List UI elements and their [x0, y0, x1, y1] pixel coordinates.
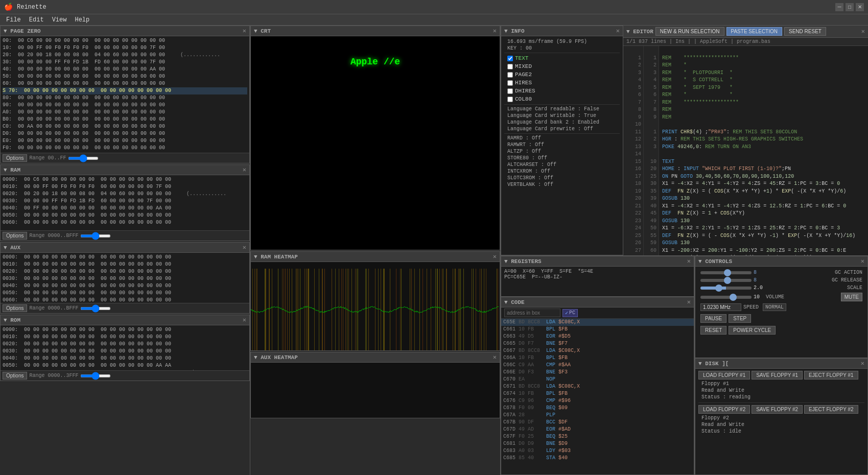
step-btn[interactable]: STEP	[729, 314, 751, 323]
controls-close[interactable]: ✕	[861, 258, 864, 265]
hex-line: E0: 00 00 00 00 00 00 00 00 00 00 00 00 …	[3, 137, 247, 145]
aux-close[interactable]: ✕	[243, 245, 246, 251]
controls-title: ▼ CONTROLS	[698, 258, 732, 265]
pc-label: PC	[569, 310, 575, 316]
speed-label: SPEED	[743, 304, 759, 310]
rom-range-slider[interactable]	[80, 374, 111, 377]
menu-file[interactable]: File	[2, 15, 25, 25]
floppy1-label: Floppy #1	[698, 381, 864, 387]
eject-floppy1-btn[interactable]: EJECT FLOPPY #1	[804, 371, 858, 379]
registers-close[interactable]: ✕	[687, 258, 691, 265]
disk-panel: ▼ DISK ][ ✕ LOAD FLOPPY #1 SAVE FLOPPY #…	[695, 358, 868, 475]
registers-panel: ▼ REGISTERS ✕ A=00 X=60 Y=FF S=FE *S=4E …	[501, 256, 694, 297]
switch-slotc3rom: SLOTC3ROM : Off	[504, 175, 620, 181]
hex-line: 0010: 00 00 00 00 00 00 00 00 00 00 00 0…	[3, 261, 247, 268]
dhires-checkbox[interactable]	[507, 88, 513, 94]
menu-help[interactable]: Help	[71, 15, 93, 25]
info-close[interactable]: ✕	[616, 28, 620, 34]
code-toolbar: ✓ PC	[501, 307, 694, 319]
hex-line: B0: 00 00 00 00 00 00 00 00 00 00 00 00 …	[3, 116, 247, 123]
scale-slider[interactable]	[700, 287, 752, 290]
volume-row: 10 VOLUME MUTE	[697, 292, 865, 302]
page-zero-footer: Options Range 00..FF	[1, 153, 249, 163]
mixed-checkbox[interactable]	[507, 64, 513, 69]
editor-close[interactable]: ✕	[861, 29, 865, 35]
page-zero-options-btn[interactable]: Options	[3, 154, 27, 162]
aux-range: Range 0000..BFFF	[29, 305, 78, 311]
hex-line: 90: 00 00 00 00 00 00 00 00 00 00 00 00 …	[3, 102, 247, 109]
hex-line: 0020: 00 20 00 18 00 00 08 00 04 00 60 0…	[3, 191, 247, 198]
menubar: File Edit View Help	[0, 14, 868, 26]
aux-panel: ▼ AUX ✕ 0000: 00 00 00 00 00 00 00 00 00…	[0, 242, 250, 314]
switch-altcharset: ALTCHARSET : Off	[504, 161, 620, 168]
crt-close[interactable]: ✕	[493, 28, 497, 34]
scale-row: 2.0 SCALE	[697, 284, 865, 292]
rom-options-btn[interactable]: Options	[3, 372, 27, 379]
page-zero-header: ▼ PAGE ZERO ✕	[1, 26, 249, 36]
save-floppy1-btn[interactable]: SAVE FLOPPY #1	[752, 371, 803, 379]
ram-options-btn[interactable]: Options	[3, 232, 27, 240]
gc-action-slider[interactable]	[700, 271, 752, 274]
text-checkbox[interactable]	[507, 56, 513, 61]
registers-header: ▼ REGISTERS ✕	[501, 256, 694, 267]
page2-checkbox[interactable]	[507, 72, 513, 78]
page-zero-range-slider[interactable]	[68, 157, 99, 160]
code-line: C663 49 D5 EOR #$D5	[501, 333, 694, 340]
aux-footer: Options Range 0000..BFFF	[1, 303, 249, 313]
registers-content: A=00 X=60 Y=FF S=FE *S=4E PC=C65E P=--UB…	[501, 267, 694, 282]
reset-buttons-row: RESET POWER CYCLE	[697, 325, 865, 336]
code-header: ▼ CODE ✕	[501, 297, 694, 307]
new-run-selection-btn[interactable]: NEW & RUN SELECTION	[655, 27, 724, 36]
aux-heatmap-title: ▼ AUX HEATMAP	[254, 354, 298, 361]
gc-action-label: GC ACTION	[835, 270, 862, 275]
aux-range-slider[interactable]	[80, 307, 111, 310]
disk-close[interactable]: ✕	[861, 361, 864, 367]
save-floppy2-btn[interactable]: SAVE FLOPPY #2	[752, 405, 803, 414]
close-button[interactable]: ✕	[856, 3, 864, 11]
ram-heatmap-close[interactable]: ✕	[493, 254, 497, 260]
reset-btn[interactable]: RESET	[700, 326, 726, 335]
rom-close[interactable]: ✕	[243, 317, 246, 323]
hex-line: 80: 00 00 00 00 00 00 00 00 00 00 00 00 …	[3, 94, 247, 102]
menu-view[interactable]: View	[48, 15, 71, 25]
menu-edit[interactable]: Edit	[25, 15, 48, 25]
eject-floppy2-btn[interactable]: EJECT FLOPPY #2	[804, 405, 858, 414]
ram-heatmap-title: ▼ RAM HEATMAP	[254, 254, 298, 260]
aux-options-btn[interactable]: Options	[3, 304, 27, 312]
load-floppy2-btn[interactable]: LOAD FLOPPY #2	[698, 405, 750, 414]
switch-ramrd: RAMRD : Off	[504, 135, 620, 141]
minimize-button[interactable]: ─	[835, 3, 843, 11]
code-close[interactable]: ✕	[687, 299, 691, 305]
page-zero-close[interactable]: ✕	[243, 28, 246, 34]
power-cycle-btn[interactable]: POWER CYCLE	[729, 326, 776, 335]
volume-slider[interactable]	[700, 296, 752, 299]
mute-btn[interactable]: MUTE	[841, 293, 862, 301]
aux-heatmap-close[interactable]: ✕	[493, 354, 497, 361]
ram-heatmap-canvas	[251, 269, 499, 350]
load-floppy1-btn[interactable]: LOAD FLOPPY #1	[698, 371, 750, 379]
ram-range-slider[interactable]	[80, 234, 111, 238]
code-line: C681 D0 D9 BNE $D9	[501, 440, 694, 447]
ram-heatmap-panel: ▼ RAM HEATMAP ✕	[250, 251, 500, 351]
crt-text: Apple //e	[350, 57, 400, 67]
hires-checkbox[interactable]	[507, 80, 513, 86]
page-zero-panel: ▼ PAGE ZERO ✕ 00: 00 C6 00 00 00 00 00 0…	[0, 26, 250, 163]
pause-btn[interactable]: PAUSE	[700, 314, 726, 323]
code-address-input[interactable]	[504, 308, 560, 317]
hex-line: 10: 00 00 FF 00 F0 F0 F0 F0 00 00 00 00 …	[3, 44, 247, 52]
crt-panel: ▼ CRT ✕ Apple //e	[250, 26, 500, 250]
aux-header: ▼ AUX ✕	[1, 243, 249, 253]
col80-checkbox[interactable]	[507, 97, 513, 102]
info-header: ▼ INFO ✕	[501, 26, 623, 36]
code-line: C665 D0 F7 BNE $F7	[501, 340, 694, 347]
code-area[interactable]: REM ****************** REM * REM * PLOTP…	[659, 46, 868, 255]
speed-input[interactable]	[700, 303, 741, 311]
maximize-button[interactable]: □	[846, 3, 854, 11]
text-label: TEXT	[515, 55, 528, 61]
ram-close[interactable]: ✕	[243, 167, 246, 173]
send-reset-btn[interactable]: SEND RESET	[784, 27, 826, 36]
paste-selection-btn[interactable]: PASTE SELECTION	[726, 27, 783, 36]
gc-release-slider[interactable]	[700, 279, 752, 282]
hex-line: 0040: 00 00 00 00 00 00 00 00 00 00 00 0…	[3, 282, 247, 290]
hex-line-highlight: S 70: 00 00 00 00 00 00 00 00 00 00 00 0…	[3, 87, 247, 94]
